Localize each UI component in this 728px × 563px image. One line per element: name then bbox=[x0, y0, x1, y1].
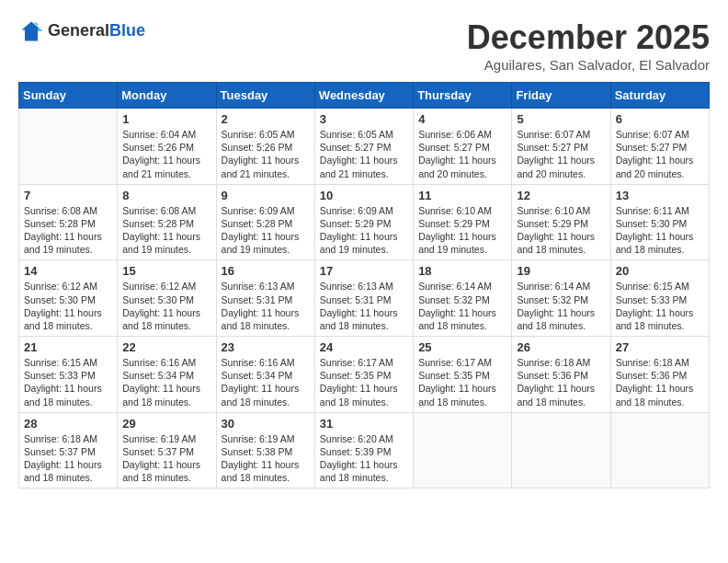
day-info: Sunrise: 6:19 AMSunset: 5:37 PMDaylight:… bbox=[122, 432, 210, 485]
weekday-header-thursday: Thursday bbox=[414, 83, 512, 109]
calendar-cell: 6Sunrise: 6:07 AMSunset: 5:27 PMDaylight… bbox=[610, 109, 709, 185]
calendar-cell: 15Sunrise: 6:12 AMSunset: 5:30 PMDayligh… bbox=[118, 260, 216, 337]
weekday-header-sunday: Sunday bbox=[19, 83, 118, 109]
logo-blue-text: Blue bbox=[109, 21, 145, 40]
day-info: Sunrise: 6:18 AMSunset: 5:36 PMDaylight:… bbox=[517, 356, 605, 408]
logo-icon bbox=[18, 18, 44, 44]
day-info: Sunrise: 6:16 AMSunset: 5:34 PMDaylight:… bbox=[222, 356, 310, 408]
day-number: 30 bbox=[222, 417, 310, 431]
day-number: 10 bbox=[320, 189, 408, 202]
day-number: 11 bbox=[418, 189, 506, 202]
day-info: Sunrise: 6:15 AMSunset: 5:33 PMDaylight:… bbox=[616, 280, 704, 332]
calendar-cell: 8Sunrise: 6:08 AMSunset: 5:28 PMDaylight… bbox=[118, 184, 216, 260]
weekday-header-saturday: Saturday bbox=[610, 83, 709, 109]
day-number: 24 bbox=[320, 340, 408, 354]
day-info: Sunrise: 6:07 AMSunset: 5:27 PMDaylight:… bbox=[616, 128, 704, 180]
day-info: Sunrise: 6:09 AMSunset: 5:29 PMDaylight:… bbox=[320, 204, 408, 257]
day-number: 26 bbox=[517, 340, 605, 354]
calendar-cell: 9Sunrise: 6:09 AMSunset: 5:28 PMDaylight… bbox=[216, 184, 314, 260]
day-number: 22 bbox=[122, 340, 210, 354]
calendar-cell bbox=[19, 109, 118, 185]
day-number: 19 bbox=[517, 264, 605, 278]
calendar-cell bbox=[512, 412, 610, 488]
calendar-week-row: 28Sunrise: 6:18 AMSunset: 5:37 PMDayligh… bbox=[19, 412, 710, 488]
day-number: 15 bbox=[122, 264, 210, 278]
day-info: Sunrise: 6:13 AMSunset: 5:31 PMDaylight:… bbox=[320, 280, 408, 332]
calendar-cell: 27Sunrise: 6:18 AMSunset: 5:36 PMDayligh… bbox=[610, 337, 709, 413]
day-number: 6 bbox=[616, 112, 704, 126]
day-number: 18 bbox=[418, 264, 506, 278]
calendar-cell: 26Sunrise: 6:18 AMSunset: 5:36 PMDayligh… bbox=[512, 337, 610, 413]
weekday-header-friday: Friday bbox=[512, 83, 610, 109]
day-number: 23 bbox=[222, 340, 310, 354]
day-number: 20 bbox=[616, 264, 704, 278]
weekday-header-wednesday: Wednesday bbox=[314, 83, 413, 109]
calendar-cell: 14Sunrise: 6:12 AMSunset: 5:30 PMDayligh… bbox=[19, 260, 118, 337]
day-info: Sunrise: 6:08 AMSunset: 5:28 PMDaylight:… bbox=[24, 204, 112, 257]
day-info: Sunrise: 6:05 AMSunset: 5:27 PMDaylight:… bbox=[320, 128, 408, 180]
day-info: Sunrise: 6:19 AMSunset: 5:38 PMDaylight:… bbox=[222, 432, 310, 485]
calendar-cell bbox=[610, 412, 709, 488]
calendar-cell: 24Sunrise: 6:17 AMSunset: 5:35 PMDayligh… bbox=[314, 337, 413, 413]
day-number: 25 bbox=[418, 340, 506, 354]
calendar-cell: 16Sunrise: 6:13 AMSunset: 5:31 PMDayligh… bbox=[216, 260, 314, 337]
day-info: Sunrise: 6:06 AMSunset: 5:27 PMDaylight:… bbox=[418, 128, 506, 180]
weekday-header-monday: Monday bbox=[118, 83, 216, 109]
day-info: Sunrise: 6:14 AMSunset: 5:32 PMDaylight:… bbox=[517, 280, 605, 332]
month-title: December 2025 bbox=[467, 18, 710, 57]
calendar-cell: 23Sunrise: 6:16 AMSunset: 5:34 PMDayligh… bbox=[216, 337, 314, 413]
calendar-cell: 2Sunrise: 6:05 AMSunset: 5:26 PMDaylight… bbox=[216, 109, 314, 185]
title-block: December 2025 Aguilares, San Salvador, E… bbox=[467, 18, 710, 73]
calendar-cell: 13Sunrise: 6:11 AMSunset: 5:30 PMDayligh… bbox=[610, 184, 709, 260]
page-header: GeneralBlue December 2025 Aguilares, San… bbox=[18, 18, 710, 73]
day-number: 28 bbox=[24, 417, 112, 431]
day-number: 1 bbox=[122, 112, 210, 126]
day-info: Sunrise: 6:17 AMSunset: 5:35 PMDaylight:… bbox=[418, 356, 506, 408]
calendar-week-row: 1Sunrise: 6:04 AMSunset: 5:26 PMDaylight… bbox=[19, 109, 710, 185]
calendar-cell: 31Sunrise: 6:20 AMSunset: 5:39 PMDayligh… bbox=[314, 412, 413, 488]
day-info: Sunrise: 6:10 AMSunset: 5:29 PMDaylight:… bbox=[418, 204, 506, 257]
calendar-cell: 25Sunrise: 6:17 AMSunset: 5:35 PMDayligh… bbox=[414, 337, 512, 413]
calendar-cell: 28Sunrise: 6:18 AMSunset: 5:37 PMDayligh… bbox=[19, 412, 118, 488]
day-info: Sunrise: 6:04 AMSunset: 5:26 PMDaylight:… bbox=[122, 128, 210, 180]
day-number: 9 bbox=[222, 189, 310, 202]
day-info: Sunrise: 6:16 AMSunset: 5:34 PMDaylight:… bbox=[122, 356, 210, 408]
day-info: Sunrise: 6:07 AMSunset: 5:27 PMDaylight:… bbox=[517, 128, 605, 180]
calendar-table: SundayMondayTuesdayWednesdayThursdayFrid… bbox=[18, 82, 710, 488]
calendar-cell: 17Sunrise: 6:13 AMSunset: 5:31 PMDayligh… bbox=[314, 260, 413, 337]
calendar-cell: 7Sunrise: 6:08 AMSunset: 5:28 PMDaylight… bbox=[19, 184, 118, 260]
calendar-cell: 12Sunrise: 6:10 AMSunset: 5:29 PMDayligh… bbox=[512, 184, 610, 260]
calendar-cell: 20Sunrise: 6:15 AMSunset: 5:33 PMDayligh… bbox=[610, 260, 709, 337]
day-number: 2 bbox=[222, 112, 310, 126]
calendar-cell: 3Sunrise: 6:05 AMSunset: 5:27 PMDaylight… bbox=[314, 109, 413, 185]
day-number: 17 bbox=[320, 264, 408, 278]
day-info: Sunrise: 6:18 AMSunset: 5:37 PMDaylight:… bbox=[24, 432, 112, 485]
logo-general-text: General bbox=[48, 21, 109, 40]
day-number: 16 bbox=[222, 264, 310, 278]
calendar-cell: 29Sunrise: 6:19 AMSunset: 5:37 PMDayligh… bbox=[118, 412, 216, 488]
day-number: 5 bbox=[517, 112, 605, 126]
day-info: Sunrise: 6:15 AMSunset: 5:33 PMDaylight:… bbox=[24, 356, 112, 408]
calendar-cell bbox=[414, 412, 512, 488]
day-number: 21 bbox=[24, 340, 112, 354]
day-number: 29 bbox=[122, 417, 210, 431]
day-info: Sunrise: 6:12 AMSunset: 5:30 PMDaylight:… bbox=[24, 280, 112, 332]
day-info: Sunrise: 6:17 AMSunset: 5:35 PMDaylight:… bbox=[320, 356, 408, 408]
day-info: Sunrise: 6:20 AMSunset: 5:39 PMDaylight:… bbox=[320, 432, 408, 485]
logo-text: GeneralBlue bbox=[48, 22, 145, 40]
calendar-cell: 10Sunrise: 6:09 AMSunset: 5:29 PMDayligh… bbox=[314, 184, 413, 260]
day-info: Sunrise: 6:14 AMSunset: 5:32 PMDaylight:… bbox=[418, 280, 506, 332]
logo: GeneralBlue bbox=[18, 18, 145, 44]
day-info: Sunrise: 6:09 AMSunset: 5:28 PMDaylight:… bbox=[222, 204, 310, 257]
calendar-cell: 1Sunrise: 6:04 AMSunset: 5:26 PMDaylight… bbox=[118, 109, 216, 185]
calendar-cell: 5Sunrise: 6:07 AMSunset: 5:27 PMDaylight… bbox=[512, 109, 610, 185]
calendar-week-row: 7Sunrise: 6:08 AMSunset: 5:28 PMDaylight… bbox=[19, 184, 710, 260]
calendar-cell: 21Sunrise: 6:15 AMSunset: 5:33 PMDayligh… bbox=[19, 337, 118, 413]
calendar-cell: 30Sunrise: 6:19 AMSunset: 5:38 PMDayligh… bbox=[216, 412, 314, 488]
calendar-cell: 11Sunrise: 6:10 AMSunset: 5:29 PMDayligh… bbox=[414, 184, 512, 260]
day-number: 4 bbox=[418, 112, 506, 126]
calendar-cell: 19Sunrise: 6:14 AMSunset: 5:32 PMDayligh… bbox=[512, 260, 610, 337]
day-info: Sunrise: 6:10 AMSunset: 5:29 PMDaylight:… bbox=[517, 204, 605, 257]
day-number: 13 bbox=[616, 189, 704, 202]
day-info: Sunrise: 6:08 AMSunset: 5:28 PMDaylight:… bbox=[122, 204, 210, 257]
